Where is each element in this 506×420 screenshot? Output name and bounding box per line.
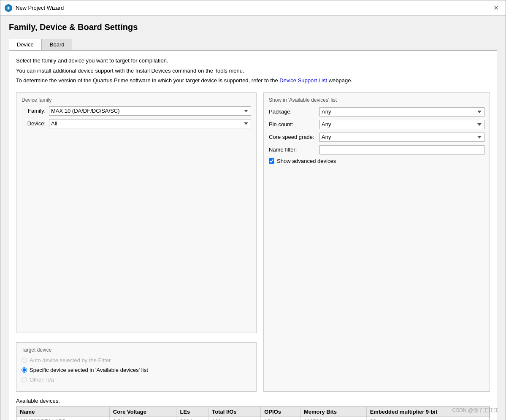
- core-speed-select[interactable]: Any: [319, 133, 484, 142]
- info-line3-suffix: webpage.: [327, 77, 352, 84]
- other-device-label: Other: n/a: [30, 377, 54, 383]
- title-bar: New Project Wizard ✕: [0, 0, 506, 16]
- device-select[interactable]: All: [49, 119, 251, 128]
- available-devices-label: Available devices:: [16, 398, 490, 404]
- specific-device-radio[interactable]: [22, 367, 27, 373]
- title-bar-title: New Project Wizard: [16, 5, 64, 11]
- other-device-row: Other: n/a: [22, 377, 251, 383]
- table-header-row: Name Core Voltage LEs Total I/Os GPIOs M…: [16, 407, 490, 417]
- left-section: Device family Family: MAX 10 (DA/DF/DC/S…: [16, 92, 257, 392]
- device-label: Device:: [22, 120, 49, 127]
- tab-board[interactable]: Board: [42, 39, 73, 50]
- devices-table-wrapper: Name Core Voltage LEs Total I/Os GPIOs M…: [16, 406, 490, 420]
- auto-device-label: Auto device selected by the Fitter: [30, 357, 111, 363]
- devices-table: Name Core Voltage LEs Total I/Os GPIOs M…: [16, 407, 490, 420]
- family-label: Family:: [22, 108, 49, 114]
- table-cell-6: 32: [366, 417, 489, 420]
- show-panel-title: Show in 'Available devices' list: [269, 97, 484, 103]
- app-icon: [5, 4, 12, 12]
- show-panel: Show in 'Available devices' list Package…: [263, 92, 490, 392]
- show-advanced-row: Show advanced devices: [269, 158, 484, 164]
- col-gpios: GPIOs: [261, 407, 300, 417]
- main-window: New Project Wizard ✕ Family, Device & Bo…: [0, 0, 506, 420]
- col-les: LEs: [176, 407, 208, 417]
- device-family-panel-title: Device family: [22, 97, 251, 103]
- name-filter-row: Name filter:: [269, 145, 484, 154]
- table-cell-4: 101: [261, 417, 300, 420]
- info-line2: You can install additional device suppor…: [16, 67, 490, 75]
- show-advanced-checkbox[interactable]: [269, 158, 274, 164]
- col-core-voltage: Core Voltage: [109, 407, 176, 417]
- table-scroll-area[interactable]: Name Core Voltage LEs Total I/Os GPIOs M…: [16, 407, 490, 420]
- table-cell-1: 3.3V: [109, 417, 176, 420]
- close-button[interactable]: ✕: [491, 3, 501, 13]
- package-row: Package: Any: [269, 107, 484, 117]
- panels-container: Device family Family: MAX 10 (DA/DF/DC/S…: [16, 92, 490, 392]
- tab-device[interactable]: Device: [9, 39, 42, 50]
- specific-device-label: Specific device selected in 'Available d…: [30, 367, 148, 373]
- main-content: Family, Device & Board Settings Device B…: [0, 16, 506, 420]
- target-device-panel-title: Target device: [22, 347, 251, 353]
- info-line3-prefix: To determine the version of the Quartus …: [16, 77, 279, 84]
- col-memory-bits: Memory Bits: [300, 407, 366, 417]
- core-speed-label: Core speed grade:: [269, 134, 319, 140]
- core-speed-row: Core speed grade: Any: [269, 133, 484, 142]
- auto-device-row: Auto device selected by the Fitter: [22, 357, 251, 363]
- table-row[interactable]: 10M02SCE144I7G3.3V230410110111059232: [16, 417, 490, 420]
- device-family-panel: Device family Family: MAX 10 (DA/DF/DC/S…: [16, 92, 257, 333]
- package-select[interactable]: Any: [319, 107, 484, 117]
- info-line3: To determine the version of the Quartus …: [16, 76, 490, 85]
- watermark: CSDN @混子王江江: [452, 407, 498, 414]
- name-filter-input[interactable]: [319, 145, 484, 154]
- table-cell-3: 101: [208, 417, 261, 420]
- table-cell-0: 10M02SCE144I7G: [16, 417, 109, 420]
- col-total-ios: Total I/Os: [208, 407, 261, 417]
- auto-device-radio[interactable]: [22, 358, 27, 363]
- device-row: Device: All: [22, 119, 251, 128]
- family-select[interactable]: MAX 10 (DA/DF/DC/SA/SC): [49, 106, 251, 116]
- available-devices-section: Available devices: Name Core Voltage LEs…: [16, 398, 490, 420]
- svg-point-2: [8, 7, 9, 9]
- tabs-bar: Device Board: [9, 39, 497, 50]
- pin-count-row: Pin count: Any: [269, 120, 484, 129]
- table-cell-5: 110592: [300, 417, 366, 420]
- device-support-link[interactable]: Device Support List: [279, 77, 327, 84]
- page-title: Family, Device & Board Settings: [9, 22, 497, 32]
- show-advanced-label: Show advanced devices: [277, 158, 336, 164]
- specific-device-row: Specific device selected in 'Available d…: [22, 367, 251, 373]
- other-device-radio[interactable]: [22, 377, 27, 382]
- family-row: Family: MAX 10 (DA/DF/DC/SA/SC): [22, 106, 251, 116]
- pin-count-select[interactable]: Any: [319, 120, 484, 129]
- tab-content: Select the family and device you want to…: [9, 50, 497, 420]
- title-bar-left: New Project Wizard: [5, 4, 64, 12]
- info-line1: Select the family and device you want to…: [16, 57, 490, 65]
- table-cell-2: 2304: [176, 417, 208, 420]
- package-label: Package:: [269, 108, 319, 115]
- col-name: Name: [16, 407, 109, 417]
- target-device-panel: Target device Auto device selected by th…: [16, 342, 257, 392]
- pin-count-label: Pin count:: [269, 121, 319, 127]
- name-filter-label: Name filter:: [269, 146, 319, 153]
